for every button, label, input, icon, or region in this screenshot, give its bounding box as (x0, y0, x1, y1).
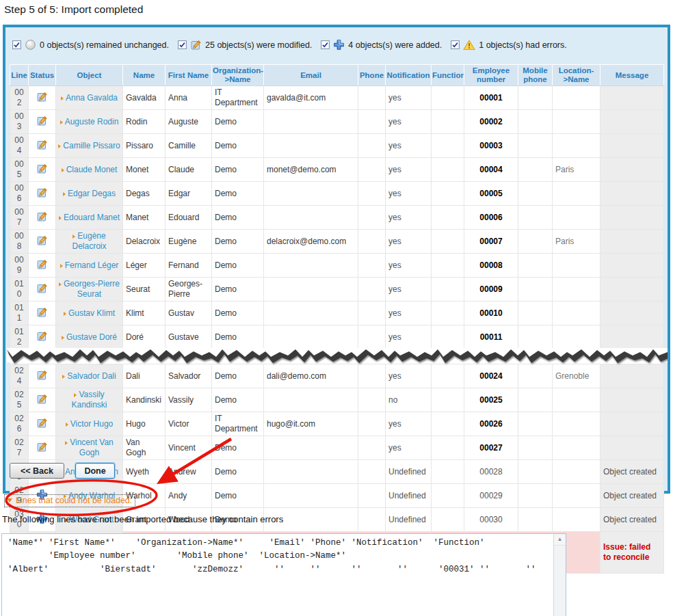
cell-mobile (518, 86, 553, 110)
cell-location (553, 460, 601, 484)
lines-not-loaded-link[interactable]: Lines that could not be loaded: (16, 496, 132, 505)
cell-notification: yes (386, 158, 432, 182)
cell-employee: 00007 (464, 230, 518, 254)
cell-location (553, 436, 601, 460)
pencil-icon (36, 334, 48, 344)
cell-phone (358, 508, 386, 532)
cell-object: Salvador Dali (56, 364, 123, 388)
object-link[interactable]: Fernand Léger (65, 260, 119, 270)
cell-object: Edouard Manet (56, 206, 123, 230)
message-text: Object created (603, 491, 657, 500)
cell-first_name: Edgar (166, 182, 212, 206)
cell-email: hugo@it.com (264, 412, 358, 436)
circle-icon (25, 39, 36, 51)
cell-mobile (518, 230, 553, 254)
cell-line: 005 (10, 158, 29, 182)
codebox-scrollbar[interactable]: ▲ (553, 534, 566, 616)
cell-status (29, 230, 56, 254)
cell-message: Object created (601, 484, 664, 508)
cell-mobile (518, 412, 553, 436)
cell-email (264, 436, 358, 460)
object-link[interactable]: Claude Monet (66, 165, 118, 174)
cell-object: Edgar Degas (56, 182, 123, 206)
object-link[interactable]: Victor Hugo (70, 419, 113, 429)
object-link[interactable]: Vincent Van Gogh (70, 438, 114, 457)
error-explanation: The following lines have not been import… (2, 514, 283, 524)
object-link[interactable]: Georges-Pierre Seurat (64, 279, 120, 299)
object-link[interactable]: Gustav Klimt (68, 308, 115, 318)
cell-function (432, 182, 464, 206)
cell-org: Demo (212, 325, 264, 349)
cell-location (553, 412, 601, 436)
cell-email (264, 302, 358, 325)
disclosure-triangle-icon (7, 498, 12, 503)
back-button[interactable]: << Back (10, 463, 64, 479)
cell-location (553, 325, 601, 349)
object-link[interactable]: Gustave Doré (66, 332, 117, 342)
object-link[interactable]: Anna Gavalda (66, 93, 118, 103)
table-row: 010Georges-Pierre SeuratSeuratGeorges-Pi… (10, 278, 664, 302)
bullet-arrow-icon (61, 96, 64, 101)
cell-employee: 00001 (464, 86, 518, 110)
object-link[interactable]: Edgar Degas (68, 189, 116, 198)
cell-phone (358, 436, 386, 460)
scroll-up-button[interactable]: ▲ (554, 534, 566, 546)
cell-location (553, 388, 601, 412)
cell-line: 007 (10, 206, 29, 230)
cell-first_name: Eugène (166, 230, 212, 254)
cell-line: 003 (10, 110, 29, 134)
cell-phone (358, 86, 386, 110)
pencil-icon (36, 95, 48, 105)
cell-email (264, 254, 358, 278)
cell-name: Rodin (123, 110, 166, 134)
pencil-icon (36, 397, 48, 407)
bullet-arrow-icon (60, 264, 63, 268)
cell-message (601, 134, 664, 158)
cell-name: Manet (123, 206, 166, 230)
cell-notification: yes (386, 278, 432, 302)
object-link[interactable]: Auguste Rodin (65, 117, 119, 126)
summary-checkbox-unchanged[interactable] (12, 40, 21, 49)
done-button[interactable]: Done (75, 463, 115, 479)
summary-checkbox-modified[interactable] (178, 40, 187, 49)
cell-line: 024 (10, 364, 29, 388)
cell-name: Kandinski (123, 388, 166, 412)
summary-checkbox-errors[interactable] (451, 40, 460, 49)
cell-phone (358, 182, 386, 206)
object-link[interactable]: Camille Pissaro (63, 141, 120, 150)
bullet-arrow-icon (63, 192, 66, 196)
column-header-line: Line (10, 65, 29, 86)
cell-email (264, 182, 358, 206)
cell-phone (358, 364, 386, 388)
cell-phone (358, 110, 386, 134)
cell-employee: 00002 (464, 110, 518, 134)
cell-first_name: Gustav (166, 302, 212, 325)
cell-first_name: Georges-Pierre (166, 278, 212, 302)
summary-checkbox-added[interactable] (321, 40, 330, 49)
page: Step 5 of 5: Import completed 0 objects(… (0, 0, 673, 616)
column-header-org: Organization- >Name (212, 65, 264, 86)
cell-message (601, 182, 664, 206)
cell-employee: 00029 (464, 484, 518, 508)
cell-line: 012 (10, 325, 29, 349)
error-lines-codebox: 'Name*' 'First Name*' 'Organization->Nam… (1, 533, 566, 616)
employee-number: 00025 (479, 395, 502, 405)
torn-separator-cell (10, 349, 664, 364)
cell-mobile (518, 158, 553, 182)
cell-notification: yes (386, 325, 432, 349)
table-header: LineStatusObjectNameFirst NameOrganizati… (10, 65, 664, 86)
cell-first_name: Vincent (166, 436, 212, 460)
column-header-status: Status (29, 65, 56, 86)
cell-object: Auguste Rodin (56, 110, 123, 134)
cell-first_name: Vassily (166, 388, 212, 412)
object-link[interactable]: Salvador Dali (67, 371, 116, 381)
cell-location: Grenoble (553, 364, 601, 388)
up-arrow-icon: ▲ (557, 536, 563, 542)
object-link[interactable]: Eugène Delacroix (72, 231, 106, 251)
object-link[interactable]: Edouard Manet (64, 213, 120, 222)
cell-employee: 00008 (464, 254, 518, 278)
cell-function (432, 254, 464, 278)
cell-org: Demo (212, 110, 264, 134)
cell-employee: 00028 (464, 460, 518, 484)
cell-mobile (518, 460, 553, 484)
